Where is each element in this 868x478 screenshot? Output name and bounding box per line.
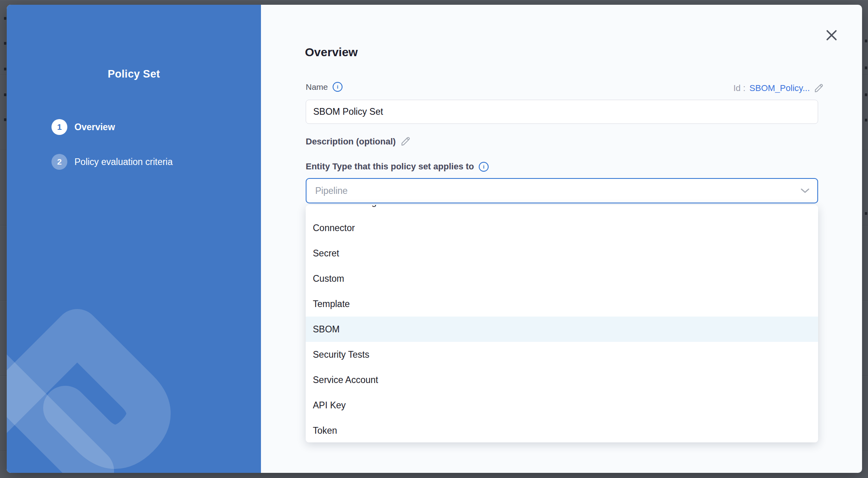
pencil-icon xyxy=(400,136,411,147)
close-button[interactable] xyxy=(825,28,838,42)
dropdown-item-label: Token xyxy=(313,425,337,436)
overview-step-panel: Overview Name i Id : SBOM_Policy... Desc… xyxy=(261,5,862,473)
backdrop-artifact xyxy=(865,93,867,96)
x-icon xyxy=(826,29,838,41)
backdrop-artifact xyxy=(865,119,867,121)
entity-type-label-text: Entity Type that this policy set applies… xyxy=(306,161,474,172)
dropdown-item[interactable]: API Key xyxy=(306,393,818,418)
dropdown-item-partial[interactable]: Account Setting xyxy=(306,205,818,215)
dropdown-item[interactable]: Service Account xyxy=(306,367,818,393)
wizard-step-policy-evaluation-criteria[interactable]: 2 Policy evaluation criteria xyxy=(51,154,173,170)
dropdown-item-label: Template xyxy=(313,299,350,309)
harness-logo-watermark xyxy=(7,303,261,473)
wizard-sidebar: Policy Set 1 Overview 2 Policy evaluatio… xyxy=(7,5,261,473)
step-number-badge: 1 xyxy=(51,119,67,135)
dropdown-item-label: Service Account xyxy=(313,375,378,385)
page-title: Overview xyxy=(305,46,358,59)
dropdown-item-label: Account Setting xyxy=(313,205,377,207)
step-number-badge: 2 xyxy=(51,154,67,170)
pencil-icon xyxy=(814,83,824,93)
backdrop-artifact xyxy=(865,40,867,42)
dropdown-item[interactable]: SBOM xyxy=(306,317,818,342)
entity-type-dropdown-menu: Account Setting Connector Secret Custom … xyxy=(306,205,818,442)
dropdown-item[interactable]: Custom xyxy=(306,266,818,291)
dropdown-item-label: Connector xyxy=(313,223,355,233)
dropdown-item-label: Custom xyxy=(313,273,344,284)
dropdown-item[interactable]: Security Tests xyxy=(306,342,818,367)
name-label-text: Name xyxy=(306,82,328,92)
entity-type-field-label: Entity Type that this policy set applies… xyxy=(306,161,489,172)
dropdown-item-label: API Key xyxy=(313,400,346,411)
name-field-label: Name i xyxy=(306,82,343,92)
description-field-label: Description (optional) xyxy=(306,136,411,147)
step-label: Policy evaluation criteria xyxy=(74,157,173,167)
backdrop-artifact xyxy=(4,68,6,70)
dropdown-item[interactable]: Connector xyxy=(306,215,818,241)
wizard-title: Policy Set xyxy=(7,68,261,80)
backdrop-artifact xyxy=(4,93,6,96)
dropdown-item[interactable]: Secret xyxy=(306,241,818,266)
backdrop-artifact xyxy=(4,42,6,45)
policy-set-modal: Policy Set 1 Overview 2 Policy evaluatio… xyxy=(7,5,862,473)
id-prefix-text: Id : xyxy=(733,83,746,93)
edit-id-button[interactable] xyxy=(814,83,824,93)
dropdown-item-list: Connector Secret Custom Template SBOM Se… xyxy=(306,215,818,442)
entity-type-input[interactable] xyxy=(314,185,801,197)
wizard-step-overview[interactable]: 1 Overview xyxy=(51,119,115,135)
info-icon[interactable]: i xyxy=(479,162,489,172)
id-value-link[interactable]: SBOM_Policy... xyxy=(750,83,810,93)
entity-type-select[interactable] xyxy=(306,178,818,203)
dropdown-item[interactable]: Template xyxy=(306,291,818,317)
entity-id-row: Id : SBOM_Policy... xyxy=(733,83,824,93)
backdrop-artifact xyxy=(4,118,6,121)
edit-description-button[interactable] xyxy=(400,136,411,147)
description-label-text: Description (optional) xyxy=(306,137,396,147)
chevron-down-icon xyxy=(801,188,809,193)
backdrop-artifact xyxy=(865,66,867,69)
dropdown-item-label: Secret xyxy=(313,248,339,259)
info-icon[interactable]: i xyxy=(333,82,343,92)
backdrop-artifact xyxy=(4,17,6,20)
dropdown-item-label: Security Tests xyxy=(313,349,369,360)
dropdown-item-label: SBOM xyxy=(313,324,340,335)
step-label: Overview xyxy=(74,122,115,133)
dropdown-item[interactable]: Token xyxy=(306,418,818,442)
name-input[interactable] xyxy=(306,100,818,124)
backdrop-artifact xyxy=(865,212,867,215)
